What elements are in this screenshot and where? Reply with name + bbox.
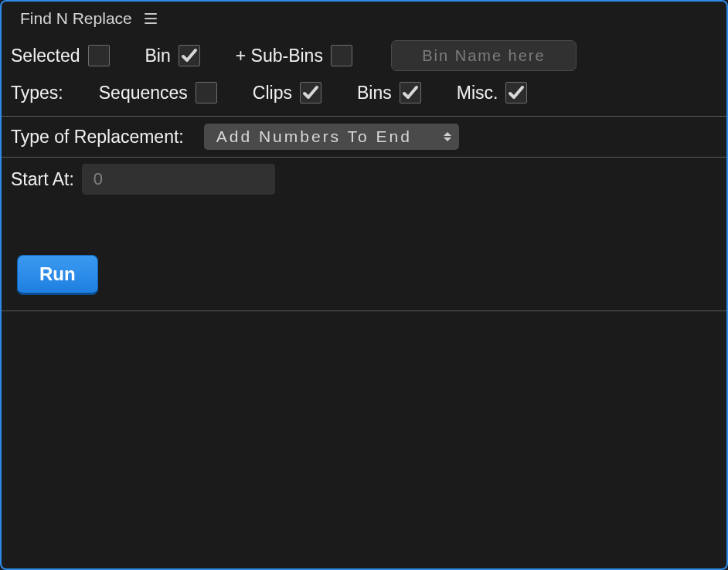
replacement-section: Type of Replacement: Add Numbers To End	[2, 116, 726, 157]
sub-bins-checkbox[interactable]	[331, 45, 352, 66]
misc-label: Misc.	[457, 83, 498, 103]
bin-label: Bin	[145, 46, 171, 66]
panel-title: Find N Replace	[20, 9, 132, 28]
replacement-type-select[interactable]: Add Numbers To End	[204, 124, 459, 150]
clips-label: Clips	[253, 83, 292, 103]
bin-name-input[interactable]	[391, 40, 577, 71]
start-at-input[interactable]	[82, 164, 275, 195]
bins-checkbox[interactable]	[400, 82, 421, 103]
scope-section: Selected Bin + Sub-Bins Types: Sequences	[2, 34, 726, 116]
bins-label: Bins	[357, 83, 392, 103]
log-area	[2, 310, 726, 548]
bin-checkbox[interactable]	[179, 45, 200, 66]
types-label: Types:	[11, 83, 63, 103]
selected-checkbox[interactable]	[88, 45, 110, 66]
misc-checkbox[interactable]	[505, 82, 527, 103]
clips-checkbox[interactable]	[300, 82, 321, 103]
hamburger-menu-icon[interactable]	[143, 11, 158, 26]
find-n-replace-panel: Find N Replace Selected Bin + Sub-Bins T…	[0, 0, 728, 570]
start-at-label: Start At:	[11, 169, 74, 190]
replacement-type-value: Add Numbers To End	[216, 127, 412, 146]
run-button[interactable]: Run	[17, 255, 98, 295]
params-section: Start At: Run	[2, 157, 726, 310]
titlebar: Find N Replace	[2, 2, 726, 34]
replacement-type-label: Type of Replacement:	[11, 127, 184, 148]
sub-bins-label: + Sub-Bins	[236, 46, 323, 66]
sequences-label: Sequences	[99, 83, 188, 103]
sequences-checkbox[interactable]	[196, 82, 217, 103]
selected-label: Selected	[11, 46, 80, 66]
